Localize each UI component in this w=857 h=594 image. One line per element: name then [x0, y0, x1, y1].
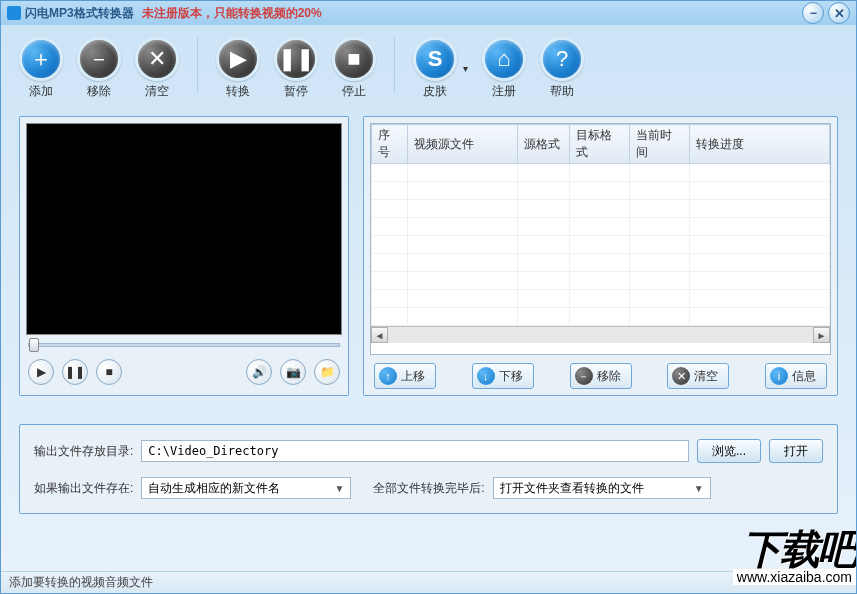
list-remove-button[interactable]: － 移除	[570, 363, 632, 389]
after-convert-label: 全部文件转换完毕后:	[373, 480, 484, 497]
separator	[197, 37, 198, 93]
x-icon: ✕	[672, 367, 690, 385]
if-exists-label: 如果输出文件存在:	[34, 480, 133, 497]
table-row	[372, 308, 830, 326]
col-index[interactable]: 序号	[372, 125, 408, 164]
main-toolbar: ＋ 添加 － 移除 ✕ 清空 ▶ 转换 ❚❚ 暂停 ■ 停止 S 皮肤 ▾ ⌂ …	[1, 25, 856, 108]
register-button[interactable]: ⌂ 注册	[482, 37, 526, 100]
list-clear-button[interactable]: ✕ 清空	[667, 363, 729, 389]
info-icon: i	[770, 367, 788, 385]
col-current-time[interactable]: 当前时间	[630, 125, 690, 164]
col-progress[interactable]: 转换进度	[690, 125, 830, 164]
watermark-text: 下载吧	[742, 529, 856, 569]
open-button[interactable]: 打开	[769, 439, 823, 463]
volume-control[interactable]: 🔊	[246, 359, 272, 385]
table-row	[372, 218, 830, 236]
info-button[interactable]: i 信息	[765, 363, 827, 389]
seek-slider[interactable]	[28, 343, 340, 347]
minus-icon: －	[77, 37, 121, 81]
home-icon: ⌂	[482, 37, 526, 81]
play-control[interactable]: ▶	[28, 359, 54, 385]
scroll-left-icon[interactable]: ◄	[371, 327, 388, 343]
move-down-button[interactable]: ↓ 下移	[472, 363, 534, 389]
x-icon: ✕	[135, 37, 179, 81]
file-table-container: 序号 视频源文件 源格式 目标格式 当前时间 转换进度	[370, 123, 831, 355]
table-row	[372, 182, 830, 200]
file-list-panel: 序号 视频源文件 源格式 目标格式 当前时间 转换进度	[363, 116, 838, 396]
stop-icon: ■	[332, 37, 376, 81]
status-text: 添加要转换的视频音频文件	[9, 574, 153, 591]
help-icon: ?	[540, 37, 584, 81]
if-exists-select[interactable]: 自动生成相应的新文件名 ▼	[141, 477, 351, 499]
table-row	[372, 254, 830, 272]
minus-icon: －	[575, 367, 593, 385]
browse-button[interactable]: 浏览...	[697, 439, 761, 463]
remove-button[interactable]: － 移除	[77, 37, 121, 100]
col-target-format[interactable]: 目标格式	[570, 125, 630, 164]
help-button[interactable]: ? 帮助	[540, 37, 584, 100]
stop-control[interactable]: ■	[96, 359, 122, 385]
snapshot-control[interactable]: 📷	[280, 359, 306, 385]
preview-panel: ▶ ❚❚ ■ 🔊 📷 📁	[19, 116, 349, 396]
watermark: 下载吧 www.xiazaiba.com	[733, 529, 856, 585]
app-icon	[7, 6, 21, 20]
plus-icon: ＋	[19, 37, 63, 81]
play-icon: ▶	[216, 37, 260, 81]
status-bar: 添加要转换的视频音频文件	[1, 571, 856, 593]
output-dir-label: 输出文件存放目录:	[34, 443, 133, 460]
unregistered-notice: 未注册版本，只能转换视频的20%	[142, 5, 322, 22]
separator	[394, 37, 395, 93]
scroll-right-icon[interactable]: ►	[813, 327, 830, 343]
col-src-format[interactable]: 源格式	[518, 125, 570, 164]
close-button[interactable]: ✕	[828, 2, 850, 24]
chevron-down-icon: ▼	[694, 483, 704, 494]
pause-button[interactable]: ❚❚ 暂停	[274, 37, 318, 100]
arrow-up-icon: ↑	[379, 367, 397, 385]
file-table: 序号 视频源文件 源格式 目标格式 当前时间 转换进度	[371, 124, 830, 326]
output-dir-input[interactable]	[141, 440, 689, 462]
add-button[interactable]: ＋ 添加	[19, 37, 63, 100]
window-title: 闪电MP3格式转换器	[25, 5, 134, 22]
chevron-down-icon: ▼	[334, 483, 344, 494]
skin-dropdown-arrow[interactable]: ▾	[463, 63, 468, 74]
folder-control[interactable]: 📁	[314, 359, 340, 385]
col-source[interactable]: 视频源文件	[408, 125, 518, 164]
clear-button[interactable]: ✕ 清空	[135, 37, 179, 100]
seek-thumb[interactable]	[29, 338, 39, 352]
skin-icon: S	[413, 37, 457, 81]
watermark-url: www.xiazaiba.com	[733, 569, 856, 585]
output-settings-panel: 输出文件存放目录: 浏览... 打开 如果输出文件存在: 自动生成相应的新文件名…	[19, 424, 838, 514]
skin-button[interactable]: S 皮肤	[413, 37, 457, 100]
move-up-button[interactable]: ↑ 上移	[374, 363, 436, 389]
minimize-button[interactable]: －	[802, 2, 824, 24]
table-row	[372, 164, 830, 182]
after-convert-select[interactable]: 打开文件夹查看转换的文件 ▼	[493, 477, 711, 499]
table-row	[372, 290, 830, 308]
title-bar: 闪电MP3格式转换器 未注册版本，只能转换视频的20% － ✕	[1, 1, 856, 25]
pause-control[interactable]: ❚❚	[62, 359, 88, 385]
convert-button[interactable]: ▶ 转换	[216, 37, 260, 100]
stop-button[interactable]: ■ 停止	[332, 37, 376, 100]
horizontal-scrollbar[interactable]: ◄ ►	[371, 326, 830, 343]
table-row	[372, 272, 830, 290]
arrow-down-icon: ↓	[477, 367, 495, 385]
pause-icon: ❚❚	[274, 37, 318, 81]
table-row	[372, 200, 830, 218]
table-row	[372, 236, 830, 254]
video-preview	[26, 123, 342, 335]
